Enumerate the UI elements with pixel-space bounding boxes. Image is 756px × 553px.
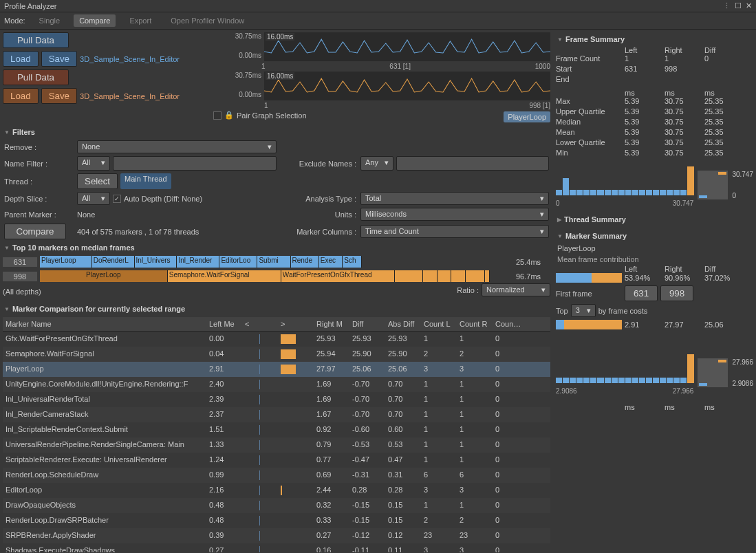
table-row[interactable]: RenderLoop.ScheduleDraw0.990.69-0.310.31…: [3, 468, 550, 483]
table-row[interactable]: Inl_ScriptableRenderContext.Submit1.510.…: [3, 422, 550, 437]
tab-open-profiler[interactable]: Open Profiler Window: [165, 14, 250, 27]
name-filter-select[interactable]: All▾: [77, 156, 110, 171]
pair-graph-label: Pair Graph Selection: [237, 111, 307, 120]
table-row[interactable]: Shadows.ExecuteDrawShadows0.270.16-0.110…: [3, 543, 550, 552]
parent-marker-value: None: [77, 210, 277, 219]
fs-histo-max: 30.747: [673, 199, 694, 207]
th-marker-name[interactable]: Marker Name: [3, 318, 206, 329]
th-left-median[interactable]: Left Me: [206, 318, 242, 329]
tab-export[interactable]: Export: [124, 14, 157, 27]
graph2-x-start: 1: [264, 102, 268, 109]
exclude-select[interactable]: Any▾: [360, 156, 393, 171]
filters-header[interactable]: Filters: [3, 125, 550, 139]
th-count-r[interactable]: Count R: [457, 318, 493, 329]
first-frame-r[interactable]: 998: [660, 285, 693, 301]
table-row[interactable]: RenderLoop.DrawSRPBatcher0.480.33-0.150.…: [3, 513, 550, 528]
pull-data-1[interactable]: Pull Data: [3, 32, 69, 48]
th-diff[interactable]: Diff: [349, 318, 385, 329]
table-row[interactable]: UnityEngine.CoreModule.dll!UnityEngine.R…: [3, 377, 550, 392]
top10-total-2: 96.7ms: [516, 272, 550, 281]
fs-th-right: Right: [665, 46, 702, 54]
fs-th-left: Left: [625, 46, 662, 54]
table-row[interactable]: ScriptableRenderer.Execute: UniversalRen…: [3, 453, 550, 468]
table-row[interactable]: UniversalRenderPipeline.RenderSingleCame…: [3, 437, 550, 453]
more-icon[interactable]: ⋮: [723, 1, 731, 10]
analysis-type-label: Analysis Type :: [281, 195, 356, 203]
ms-ft-2: ms: [665, 403, 702, 411]
pull-data-2[interactable]: Pull Data: [3, 69, 69, 85]
thread-chip[interactable]: Main Thread: [120, 173, 171, 189]
first-frame-l[interactable]: 631: [625, 285, 658, 301]
ms-val-r: 27.97: [665, 321, 702, 329]
table-row[interactable]: EditorLoop2.162.440.280.28330: [3, 483, 550, 498]
table-row[interactable]: Gfx.WaitForPresentOnGfxThread0.0025.9325…: [3, 332, 550, 347]
units-select[interactable]: Milliseconds▾: [360, 208, 549, 221]
th-abs-diff[interactable]: Abs Diff: [385, 318, 421, 329]
ms-pct-d: 37.02%: [704, 274, 753, 282]
comparison-table[interactable]: Marker Name Left Me < > Right M Diff Abs…: [3, 317, 550, 552]
compare-button[interactable]: Compare: [4, 224, 66, 239]
window-title: Profile Analyzer: [4, 2, 56, 10]
marker-summary-marker: PlayerLoop: [556, 243, 753, 254]
playerloop-chip[interactable]: PlayerLoop: [504, 111, 550, 122]
exclude-input[interactable]: [396, 156, 549, 171]
th-gt[interactable]: >: [278, 318, 314, 329]
fs-histo-bot: 0: [732, 192, 753, 199]
ms-ft-1: ms: [625, 403, 662, 411]
graph1-top-ms: 30.75ms: [213, 32, 261, 42]
top10-bar-2[interactable]: PlayerLoop Semaphore.WaitForSignal WaitF…: [40, 270, 513, 282]
pair-graph-checkbox[interactable]: [213, 111, 222, 120]
th-lt[interactable]: <: [242, 318, 278, 329]
load-2[interactable]: Load: [3, 88, 39, 104]
depth-label: Depth Slice :: [4, 195, 73, 203]
marker-columns-select[interactable]: Time and Count▾: [360, 225, 549, 238]
remove-select[interactable]: None▾: [77, 140, 277, 153]
th-count-l[interactable]: Count L: [421, 318, 457, 329]
name-filter-input[interactable]: [113, 156, 277, 171]
fs-ms-2: ms: [665, 89, 702, 97]
graph1-x-mid: 631 [1]: [266, 63, 535, 70]
ms-val-d: 25.06: [704, 321, 753, 329]
close-icon[interactable]: ✕: [746, 1, 752, 10]
top10-bar-1[interactable]: PlayerLoopDoRenderLInl_UniversInl_Render…: [40, 256, 513, 268]
save-1[interactable]: Save: [41, 51, 77, 67]
tab-compare[interactable]: Compare: [74, 14, 116, 27]
tab-single[interactable]: Single: [34, 14, 66, 27]
fs-ms-1: ms: [625, 89, 662, 97]
table-row[interactable]: SRPBRender.ApplyShader0.390.27-0.120.122…: [3, 528, 550, 543]
graph-2[interactable]: 16.00ms: [264, 72, 550, 100]
frame-summary-header[interactable]: Frame Summary: [556, 32, 753, 46]
depth-select[interactable]: All▾: [77, 192, 110, 205]
table-row[interactable]: Inl_RenderCameraStack2.371.67-0.700.7011…: [3, 407, 550, 422]
top-n-select[interactable]: 3▾: [571, 304, 596, 317]
name-filter-label: Name Filter :: [4, 160, 73, 168]
marker-columns-label: Marker Columns :: [281, 228, 356, 236]
table-row[interactable]: Semaphore.WaitForSignal0.0425.9425.9025.…: [3, 347, 550, 362]
thread-summary-header[interactable]: Thread Summary: [556, 213, 753, 226]
source-name-1: 3D_Sample_Scene_In_Editor: [80, 55, 180, 63]
marker-summary-header[interactable]: Marker Summary: [556, 229, 753, 243]
th-right-median[interactable]: Right M: [314, 318, 349, 329]
thread-select-button[interactable]: Select: [77, 173, 118, 189]
table-row[interactable]: Inl_UniversalRenderTotal2.391.69-0.700.7…: [3, 392, 550, 407]
minimize-icon[interactable]: ☐: [735, 1, 742, 10]
graph-1[interactable]: 16.00ms: [264, 32, 550, 61]
th-count-d[interactable]: Count D: [493, 318, 526, 329]
thread-label: Thread :: [4, 177, 73, 186]
mean-contribution-label: Mean frame contribution: [556, 254, 753, 265]
top10-header[interactable]: Top 10 markers on median frames: [3, 241, 550, 254]
save-2[interactable]: Save: [41, 88, 77, 104]
graph2-top-ms: 30.75ms: [213, 72, 261, 81]
load-1[interactable]: Load: [3, 51, 39, 67]
comparison-header[interactable]: Marker Comparison for currently selected…: [3, 302, 550, 316]
top10-total-1: 25.4ms: [516, 258, 550, 266]
fs-histo-top: 30.747: [732, 171, 753, 178]
table-row[interactable]: PlayerLoop2.9127.9725.0625.06330: [3, 362, 550, 377]
ms-histo-max: 27.966: [673, 387, 694, 395]
fs-ms-3: ms: [704, 89, 753, 97]
ratio-select[interactable]: Normalized▾: [482, 283, 550, 296]
auto-depth-checkbox[interactable]: [113, 195, 121, 203]
table-row[interactable]: DrawOpaqueObjects0.480.32-0.150.15110: [3, 498, 550, 513]
mode-label: Mode:: [4, 17, 25, 25]
analysis-type-select[interactable]: Total▾: [360, 192, 549, 205]
